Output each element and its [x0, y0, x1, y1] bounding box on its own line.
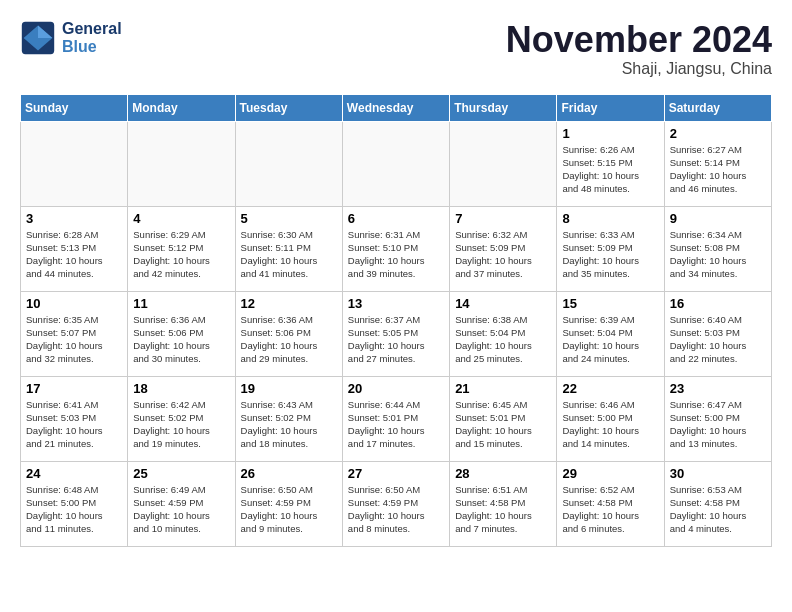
day-info: Sunrise: 6:29 AMSunset: 5:12 PMDaylight:… — [133, 228, 229, 281]
calendar-day-3: 3Sunrise: 6:28 AMSunset: 5:13 PMDaylight… — [21, 206, 128, 291]
calendar-day-18: 18Sunrise: 6:42 AMSunset: 5:02 PMDayligh… — [128, 376, 235, 461]
month-title: November 2024 — [506, 20, 772, 60]
day-header-wednesday: Wednesday — [342, 94, 449, 121]
location: Shaji, Jiangsu, China — [506, 60, 772, 78]
calendar-week-row: 17Sunrise: 6:41 AMSunset: 5:03 PMDayligh… — [21, 376, 772, 461]
calendar-header-row: SundayMondayTuesdayWednesdayThursdayFrid… — [21, 94, 772, 121]
day-number: 29 — [562, 466, 658, 481]
day-number: 10 — [26, 296, 122, 311]
day-info: Sunrise: 6:34 AMSunset: 5:08 PMDaylight:… — [670, 228, 766, 281]
day-info: Sunrise: 6:45 AMSunset: 5:01 PMDaylight:… — [455, 398, 551, 451]
day-number: 21 — [455, 381, 551, 396]
calendar-day-27: 27Sunrise: 6:50 AMSunset: 4:59 PMDayligh… — [342, 461, 449, 546]
calendar-day-14: 14Sunrise: 6:38 AMSunset: 5:04 PMDayligh… — [450, 291, 557, 376]
day-number: 25 — [133, 466, 229, 481]
day-number: 2 — [670, 126, 766, 141]
day-number: 8 — [562, 211, 658, 226]
day-info: Sunrise: 6:30 AMSunset: 5:11 PMDaylight:… — [241, 228, 337, 281]
day-info: Sunrise: 6:38 AMSunset: 5:04 PMDaylight:… — [455, 313, 551, 366]
day-info: Sunrise: 6:33 AMSunset: 5:09 PMDaylight:… — [562, 228, 658, 281]
day-info: Sunrise: 6:50 AMSunset: 4:59 PMDaylight:… — [241, 483, 337, 536]
day-number: 26 — [241, 466, 337, 481]
day-info: Sunrise: 6:47 AMSunset: 5:00 PMDaylight:… — [670, 398, 766, 451]
day-info: Sunrise: 6:43 AMSunset: 5:02 PMDaylight:… — [241, 398, 337, 451]
calendar-day-6: 6Sunrise: 6:31 AMSunset: 5:10 PMDaylight… — [342, 206, 449, 291]
calendar-day-5: 5Sunrise: 6:30 AMSunset: 5:11 PMDaylight… — [235, 206, 342, 291]
day-number: 30 — [670, 466, 766, 481]
day-number: 6 — [348, 211, 444, 226]
calendar-empty — [450, 121, 557, 206]
day-info: Sunrise: 6:50 AMSunset: 4:59 PMDaylight:… — [348, 483, 444, 536]
calendar-day-7: 7Sunrise: 6:32 AMSunset: 5:09 PMDaylight… — [450, 206, 557, 291]
day-number: 1 — [562, 126, 658, 141]
calendar: SundayMondayTuesdayWednesdayThursdayFrid… — [20, 94, 772, 547]
day-info: Sunrise: 6:42 AMSunset: 5:02 PMDaylight:… — [133, 398, 229, 451]
calendar-week-row: 3Sunrise: 6:28 AMSunset: 5:13 PMDaylight… — [21, 206, 772, 291]
day-info: Sunrise: 6:28 AMSunset: 5:13 PMDaylight:… — [26, 228, 122, 281]
day-number: 15 — [562, 296, 658, 311]
day-info: Sunrise: 6:49 AMSunset: 4:59 PMDaylight:… — [133, 483, 229, 536]
day-number: 19 — [241, 381, 337, 396]
calendar-empty — [342, 121, 449, 206]
day-header-monday: Monday — [128, 94, 235, 121]
calendar-day-13: 13Sunrise: 6:37 AMSunset: 5:05 PMDayligh… — [342, 291, 449, 376]
day-number: 4 — [133, 211, 229, 226]
calendar-day-22: 22Sunrise: 6:46 AMSunset: 5:00 PMDayligh… — [557, 376, 664, 461]
page-header: General Blue November 2024 Shaji, Jiangs… — [20, 20, 772, 78]
day-number: 9 — [670, 211, 766, 226]
calendar-day-15: 15Sunrise: 6:39 AMSunset: 5:04 PMDayligh… — [557, 291, 664, 376]
day-number: 12 — [241, 296, 337, 311]
day-info: Sunrise: 6:37 AMSunset: 5:05 PMDaylight:… — [348, 313, 444, 366]
calendar-day-28: 28Sunrise: 6:51 AMSunset: 4:58 PMDayligh… — [450, 461, 557, 546]
calendar-day-8: 8Sunrise: 6:33 AMSunset: 5:09 PMDaylight… — [557, 206, 664, 291]
day-info: Sunrise: 6:40 AMSunset: 5:03 PMDaylight:… — [670, 313, 766, 366]
calendar-day-20: 20Sunrise: 6:44 AMSunset: 5:01 PMDayligh… — [342, 376, 449, 461]
calendar-day-25: 25Sunrise: 6:49 AMSunset: 4:59 PMDayligh… — [128, 461, 235, 546]
day-number: 7 — [455, 211, 551, 226]
calendar-day-12: 12Sunrise: 6:36 AMSunset: 5:06 PMDayligh… — [235, 291, 342, 376]
day-number: 11 — [133, 296, 229, 311]
day-info: Sunrise: 6:27 AMSunset: 5:14 PMDaylight:… — [670, 143, 766, 196]
calendar-empty — [235, 121, 342, 206]
day-number: 20 — [348, 381, 444, 396]
day-info: Sunrise: 6:53 AMSunset: 4:58 PMDaylight:… — [670, 483, 766, 536]
calendar-day-21: 21Sunrise: 6:45 AMSunset: 5:01 PMDayligh… — [450, 376, 557, 461]
calendar-day-23: 23Sunrise: 6:47 AMSunset: 5:00 PMDayligh… — [664, 376, 771, 461]
day-number: 23 — [670, 381, 766, 396]
day-number: 16 — [670, 296, 766, 311]
calendar-day-11: 11Sunrise: 6:36 AMSunset: 5:06 PMDayligh… — [128, 291, 235, 376]
calendar-day-4: 4Sunrise: 6:29 AMSunset: 5:12 PMDaylight… — [128, 206, 235, 291]
day-info: Sunrise: 6:52 AMSunset: 4:58 PMDaylight:… — [562, 483, 658, 536]
title-block: November 2024 Shaji, Jiangsu, China — [506, 20, 772, 78]
calendar-day-16: 16Sunrise: 6:40 AMSunset: 5:03 PMDayligh… — [664, 291, 771, 376]
day-header-saturday: Saturday — [664, 94, 771, 121]
calendar-empty — [21, 121, 128, 206]
day-number: 27 — [348, 466, 444, 481]
calendar-day-29: 29Sunrise: 6:52 AMSunset: 4:58 PMDayligh… — [557, 461, 664, 546]
day-header-friday: Friday — [557, 94, 664, 121]
calendar-day-24: 24Sunrise: 6:48 AMSunset: 5:00 PMDayligh… — [21, 461, 128, 546]
logo: General Blue — [20, 20, 122, 56]
day-info: Sunrise: 6:51 AMSunset: 4:58 PMDaylight:… — [455, 483, 551, 536]
day-header-tuesday: Tuesday — [235, 94, 342, 121]
day-number: 13 — [348, 296, 444, 311]
day-number: 17 — [26, 381, 122, 396]
logo-icon — [20, 20, 56, 56]
day-number: 22 — [562, 381, 658, 396]
day-info: Sunrise: 6:35 AMSunset: 5:07 PMDaylight:… — [26, 313, 122, 366]
calendar-day-19: 19Sunrise: 6:43 AMSunset: 5:02 PMDayligh… — [235, 376, 342, 461]
calendar-day-17: 17Sunrise: 6:41 AMSunset: 5:03 PMDayligh… — [21, 376, 128, 461]
logo-text: General Blue — [62, 20, 122, 56]
day-info: Sunrise: 6:32 AMSunset: 5:09 PMDaylight:… — [455, 228, 551, 281]
calendar-week-row: 10Sunrise: 6:35 AMSunset: 5:07 PMDayligh… — [21, 291, 772, 376]
calendar-day-26: 26Sunrise: 6:50 AMSunset: 4:59 PMDayligh… — [235, 461, 342, 546]
day-info: Sunrise: 6:48 AMSunset: 5:00 PMDaylight:… — [26, 483, 122, 536]
calendar-empty — [128, 121, 235, 206]
day-header-sunday: Sunday — [21, 94, 128, 121]
day-info: Sunrise: 6:31 AMSunset: 5:10 PMDaylight:… — [348, 228, 444, 281]
day-info: Sunrise: 6:26 AMSunset: 5:15 PMDaylight:… — [562, 143, 658, 196]
day-number: 18 — [133, 381, 229, 396]
calendar-day-2: 2Sunrise: 6:27 AMSunset: 5:14 PMDaylight… — [664, 121, 771, 206]
day-info: Sunrise: 6:36 AMSunset: 5:06 PMDaylight:… — [133, 313, 229, 366]
day-header-thursday: Thursday — [450, 94, 557, 121]
